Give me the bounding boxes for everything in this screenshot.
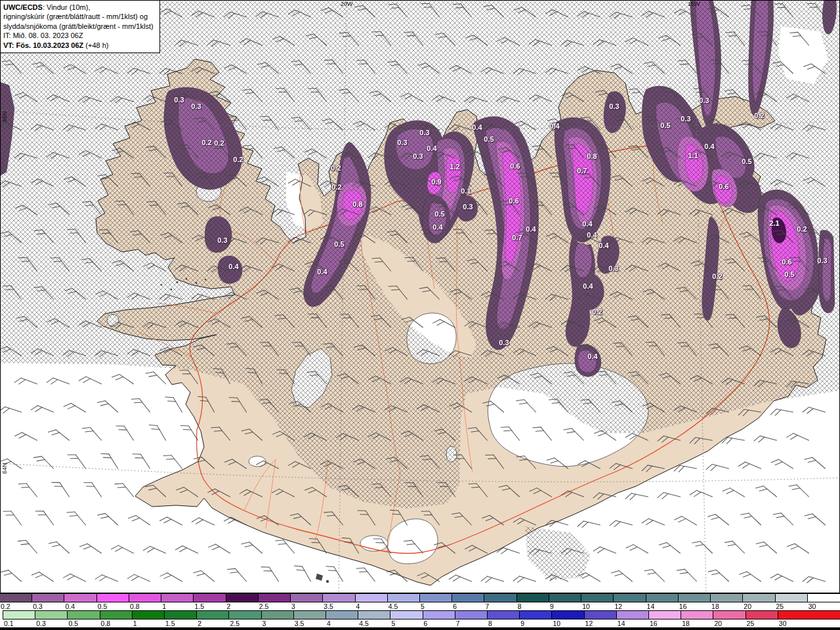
colorbar-tick-label: 14 [618,620,625,627]
colorbar-tick-label: 1.5 [194,602,204,610]
graticule-label: 20W [341,1,353,7]
precip-value-label: 0.5 [656,121,675,129]
legend-init-time: IT: Mið. 08. 03. 2023 06Z [3,31,156,40]
colorbar-tick-label: 6 [453,602,457,610]
colorbar-segment [551,610,585,620]
snow-colorbar [0,610,840,620]
colorbar-tick-label: 8 [518,602,522,610]
colorbar-segment [390,610,423,620]
colorbar-segment [746,610,779,620]
colorbar-tick-label: 3.5 [324,602,333,610]
precip-value-label: 0.2 [228,156,248,163]
colorbar-tick-label: 3 [262,620,266,627]
colorbar-segment [646,593,679,602]
precip-value-label: 0.4 [583,352,602,360]
graticule-label: 64N [1,463,8,474]
colorbar-segment [258,593,291,602]
colorbar-tick-label: 4.5 [388,602,398,610]
legend-line-1: UWC/ECDS: Vindur (10m), [3,3,156,12]
colorbar-tick-label: 0.3 [36,620,46,627]
colorbar-segment [96,593,130,602]
colorbar-segment [455,610,488,620]
colorbar-tick-label: 1.5 [165,620,175,627]
colorbar-tick-label: 20 [714,620,722,627]
colorbar-tick-label: 3.5 [295,620,304,627]
precip-value-label: 0.3 [604,102,624,110]
colorbar-segment [616,610,650,620]
precip-value-label: 0.2 [792,225,812,233]
colorbar-tick-label: 18 [682,620,690,627]
colorbar-tick-label: 1 [133,620,137,627]
colorbar-tick-label: 5 [421,602,425,610]
precip-value-label: 0.3 [812,257,832,264]
colorbar-segment [778,610,840,620]
precip-value-label: 0.4 [467,123,487,131]
precip-value-label: 0.3 [392,138,412,146]
precip-value-label: 0.3 [415,129,434,136]
map-canvas [0,0,840,593]
colorbar-segment [326,610,359,620]
colorbar-segment [132,610,165,620]
colorbar-segment [487,610,520,620]
colorbar-tick-label: 2 [198,620,201,627]
precip-value-label: 0.5 [737,158,757,165]
precip-value-label: 1.2 [445,163,465,171]
colorbar-tick-label: 8 [488,620,492,627]
colorbar-tick-label: 20 [744,602,751,610]
precip-value-label: 0.4 [312,268,332,276]
legend-line-3: slydda/snjókoma (grátt/bleikt/grænt - mm… [3,22,156,31]
precip-value-label: 0.2 [707,272,727,280]
colorbar-tick-label: 0.4 [65,602,75,610]
precip-value-label: 2.1 [765,219,784,227]
colorbar-segment [452,593,485,602]
legend-line-2: rigning/skúrir (grænt/blátt/rautt - mm/1… [3,12,156,21]
colorbar-tick-label: 30 [808,602,816,610]
colorbar-segment [67,610,100,620]
colorbar-segment [484,593,517,602]
precip-value-label: 0.5 [479,135,499,143]
colorbar-segment [290,593,324,602]
colorbar-segment [581,593,614,602]
precip-value-label: 0.2 [209,139,229,147]
colorbar-segment [713,610,746,620]
colorbar-segment [775,593,808,602]
colorbar-segment [742,593,776,602]
colorbar-segment [648,610,682,620]
colorbar-tick-label: 4 [327,620,331,627]
precip-value-label: 0.6 [505,162,525,170]
forecast-map: 0.30.30.20.20.20.30.40.20.20.80.50.40.30… [0,0,840,593]
precip-value-label: 0.3 [458,203,478,211]
colorbar-tick-label: 10 [553,620,560,627]
colorbar-segment [710,593,744,602]
precip-value-label: 0.6 [504,197,524,205]
precip-value-label: 0.4 [224,262,243,270]
precip-value-label: 0.1 [456,187,476,195]
colorbar-tick-label: 2 [227,602,231,610]
crosshatch-overlay [0,0,840,593]
colorbar-tick-label: 1 [162,602,166,610]
precip-value-label: 0.3 [604,264,623,272]
colorbar-segment [419,593,453,602]
colorbar-tick-label: 25 [747,620,755,627]
precip-value-label: 0.3 [494,339,514,346]
colorbar-segment [196,610,230,620]
precip-value-label: 0.4 [428,223,448,231]
colorbar-tick-label: 0.8 [130,602,140,610]
colorbar-tick-label: 0.3 [33,602,43,610]
colorbar-segment [35,610,68,620]
colorbar-tick-label: 9 [550,602,554,610]
colorbar-tick-label: 25 [776,602,784,610]
colorbar-segment [807,593,840,602]
colorbar-tick-label: 7 [485,602,489,610]
precip-value-label: 0.4 [594,242,614,249]
colorbar-segment [355,593,388,602]
precip-value-label: 1.1 [683,152,703,159]
colorbar-segment [228,610,262,620]
colorbar-segment [678,593,711,602]
colorbar-tick-label: 6 [424,620,428,627]
colorbar-segment [164,610,198,620]
colorbar-tick-label: 4 [356,602,360,610]
colorbar-tick-label: 18 [711,602,719,610]
colorbar-segment [129,593,162,602]
precip-value-label: 0.5 [329,240,349,248]
